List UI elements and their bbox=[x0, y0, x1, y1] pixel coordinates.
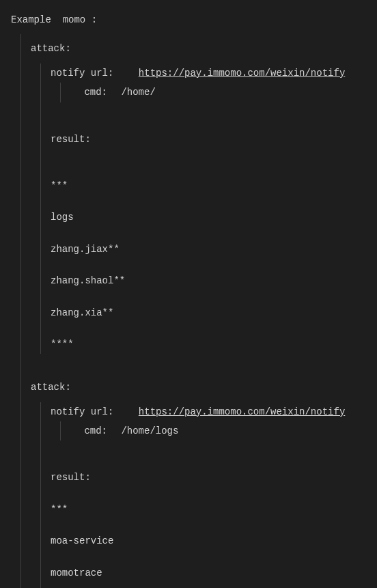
attack-heading-text: attack: bbox=[31, 382, 71, 393]
result-label: result: bbox=[51, 134, 91, 145]
result-label-row: result: bbox=[51, 130, 377, 149]
attack-heading: attack: bbox=[31, 373, 377, 402]
title-prefix: Example bbox=[11, 14, 51, 25]
cmd-row: cmd: /home/logs bbox=[80, 421, 377, 440]
cmd-label: cmd: bbox=[80, 423, 107, 438]
result-line: zhang.jiax** bbox=[51, 240, 377, 259]
cmd-value: /home/ bbox=[121, 85, 155, 100]
result-line: zhang.shaol** bbox=[51, 271, 377, 290]
result-line: logs bbox=[51, 208, 377, 227]
notify-url-label: notify url: bbox=[51, 66, 113, 81]
notify-url-label: notify url: bbox=[51, 404, 113, 419]
cmd-row-wrap: cmd: /home/logs bbox=[60, 421, 377, 440]
result-line: momotrace bbox=[51, 563, 377, 583]
title-suffix: : bbox=[92, 14, 97, 25]
notify-url-link[interactable]: https://pay.immomo.com/weixin/notify bbox=[139, 68, 345, 79]
cmd-value: /home/logs bbox=[121, 423, 178, 438]
document-root: Example momo : attack: notify url: https… bbox=[0, 5, 377, 588]
result-line: **** bbox=[51, 335, 377, 354]
attack-heading-text: attack: bbox=[31, 43, 71, 54]
attack-heading: attack: bbox=[31, 34, 377, 63]
result-line: *** bbox=[51, 176, 377, 195]
example-title: Example momo : bbox=[11, 5, 377, 34]
result-line: zhang.xia** bbox=[51, 303, 377, 322]
cmd-row-wrap: cmd: /home/ bbox=[60, 83, 377, 102]
notify-url-row: notify url: https://pay.immomo.com/weixi… bbox=[51, 64, 377, 83]
attack-body: notify url: https://pay.immomo.com/weixi… bbox=[40, 64, 377, 354]
result-line: *** bbox=[51, 500, 377, 519]
cmd-label: cmd: bbox=[80, 85, 107, 100]
attack-body: notify url: https://pay.immomo.com/weixi… bbox=[40, 402, 377, 588]
result-line: moa-service bbox=[51, 531, 377, 550]
cmd-row: cmd: /home/ bbox=[80, 83, 377, 102]
notify-url-link[interactable]: https://pay.immomo.com/weixin/notify bbox=[139, 406, 345, 417]
result-label-row: result: bbox=[51, 468, 377, 487]
title-name: momo bbox=[63, 14, 86, 25]
level-1-block: attack: notify url: https://pay.immomo.c… bbox=[20, 34, 377, 588]
notify-url-row: notify url: https://pay.immomo.com/weixi… bbox=[51, 402, 377, 421]
result-label: result: bbox=[51, 472, 91, 483]
